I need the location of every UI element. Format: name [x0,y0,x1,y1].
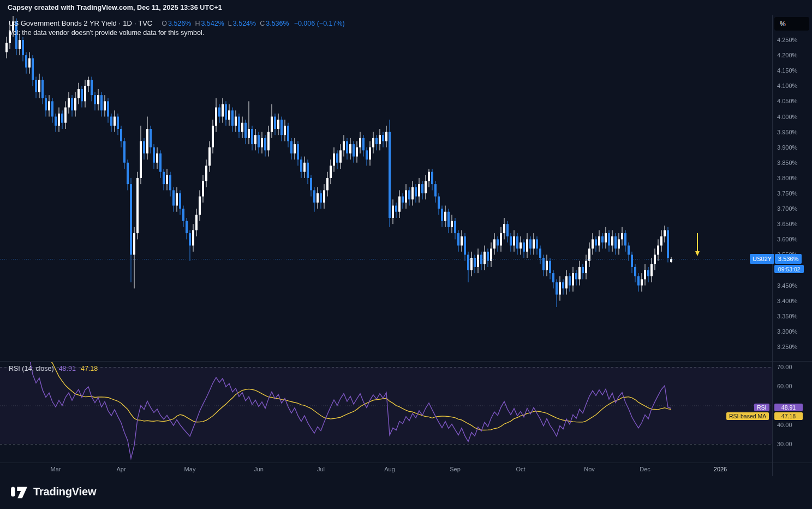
rsi-axis-name-badge: RSI [754,404,769,411]
price-tick-label: 3.300% [777,328,797,335]
price-tick-label: 4.150% [777,67,797,74]
tradingview-logo-icon [10,484,28,499]
price-tick-label: 4.250% [777,37,797,43]
tradingview-logo[interactable]: TradingView [10,484,96,499]
high-label: H [195,20,200,27]
price-axis[interactable]: 4.250%4.200%4.150%4.100%4.050%4.000%3.95… [772,15,812,361]
rsi-current-value: 48.91 [59,365,76,372]
ticker-tag: US02Y [750,254,774,264]
rsi-tick-label: 70.00 [777,364,792,370]
rsi-title[interactable]: RSI (14, close) [9,365,54,372]
time-axis[interactable]: MarAprMayJunJulAugSepOctNovDec2026 [0,463,812,476]
price-tick-label: 3.850% [777,159,797,166]
rsi-legend: RSI (14, close) 48.91 47.18 [9,365,98,372]
rsi-ma-current-value: 47.18 [81,365,98,372]
time-tick-label: 2026 [714,466,727,472]
open-value: 3.526% [168,20,191,27]
time-tick-label: Oct [516,466,525,472]
symbol-title[interactable]: US Government Bonds 2 YR Yield · 1D · TV… [9,19,152,27]
close-label: C [260,20,265,27]
tradingview-chart-window: Capsey created with TradingView.com, Dec… [0,0,812,509]
price-tick-label: 3.600% [777,236,797,242]
watermark-attribution: Capsey created with TradingView.com, Dec… [8,4,222,11]
chart-canvas[interactable] [0,0,812,509]
rsi-tick-label: 30.00 [777,441,792,447]
price-tick-label: 3.400% [777,298,797,304]
price-tick-label: 3.950% [777,129,797,135]
price-tick-label: 4.050% [777,98,797,104]
rsi-tick-label: 40.00 [777,422,792,428]
tradingview-wordmark: TradingView [33,486,96,498]
price-tick-label: 3.450% [777,282,797,289]
rsi-axis-value-badge: 48.91 [774,404,803,411]
rsi-ma-axis-name-badge: RSI-based MA [726,412,769,420]
price-tick-label: 3.750% [777,190,797,197]
bar-countdown: 09:53:02 [774,265,804,273]
pane-separator[interactable] [0,361,812,362]
price-tick-label: 4.000% [777,114,797,120]
symbol-legend: US Government Bonds 2 YR Yield · 1D · TV… [9,19,345,37]
rsi-tick-label: 60.00 [777,383,792,389]
time-tick-label: Jul [317,466,325,472]
price-tick-label: 3.250% [777,344,797,350]
last-price-value: 3.536% [775,254,802,264]
time-tick-label: Aug [384,466,395,472]
time-tick-label: Sep [450,466,461,472]
last-price-label: US02Y 3.536% [750,254,802,264]
low-label: L [228,20,232,27]
ohlc-row: US Government Bonds 2 YR Yield · 1D · TV… [9,19,345,27]
time-tick-label: Jun [254,466,264,472]
time-tick-label: May [184,466,196,472]
open-label: O [162,20,167,27]
rsi-ma-axis-value-badge: 47.18 [774,412,803,420]
price-tick-label: 3.900% [777,144,797,151]
high-value: 3.542% [201,20,224,27]
price-tick-label: 3.800% [777,175,797,181]
price-tick-label: 4.200% [777,52,797,58]
price-tick-label: 3.650% [777,221,797,227]
volume-warning: Vol: the data vendor doesn't provide vol… [9,29,345,37]
price-tick-label: 3.700% [777,205,797,212]
time-tick-label: Mar [51,466,61,472]
low-value: 3.524% [233,20,256,27]
price-tick-label: 4.100% [777,82,797,89]
time-tick-label: Apr [116,466,126,472]
close-value: 3.536% [266,20,289,27]
change-value: −0.006 (−0.17%) [294,20,345,27]
price-tick-label: 3.350% [777,313,797,319]
time-tick-label: Dec [640,466,650,472]
time-tick-label: Nov [584,466,595,472]
